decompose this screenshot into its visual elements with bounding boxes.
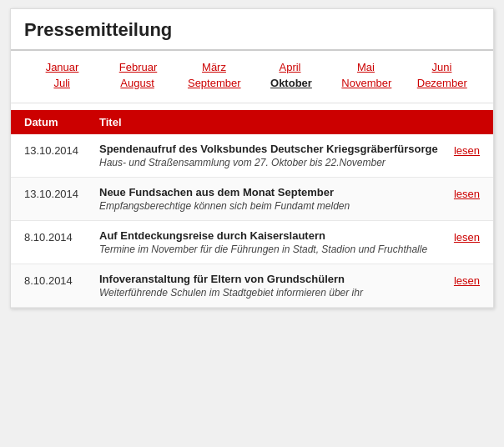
page-title: Pressemitteilung (24, 19, 480, 41)
header-titel: Titel (99, 116, 438, 128)
month-link-april[interactable]: April (265, 61, 315, 73)
row-title: Neue Fundsachen aus dem Monat September (99, 186, 438, 198)
month-navigation: JanuarFebruarMärzAprilMaiJuni JuliAugust… (11, 51, 493, 103)
month-row-1: JanuarFebruarMärzAprilMaiJuni (24, 61, 480, 73)
row-content: Auf Entdeckungsreise durch Kaiserslauter… (99, 229, 438, 255)
row-action[interactable]: lesen (438, 273, 480, 287)
month-link-juni[interactable]: Juni (417, 61, 467, 73)
table-row: 13.10.2014 Spendenaufruf des Volksbundes… (11, 134, 493, 178)
month-link-februar[interactable]: Februar (113, 61, 164, 73)
month-link-november[interactable]: November (341, 77, 391, 89)
row-datum: 13.10.2014 (24, 143, 99, 157)
table-row: 8.10.2014 Auf Entdeckungsreise durch Kai… (11, 221, 493, 264)
month-link-mai[interactable]: Mai (341, 61, 391, 73)
month-link-august[interactable]: August (113, 77, 163, 89)
table-header: Datum Titel (11, 110, 493, 134)
row-title: Infoveranstaltung für Eltern von Grundsc… (99, 273, 438, 285)
row-datum: 13.10.2014 (24, 186, 99, 200)
read-link[interactable]: lesen (454, 231, 480, 244)
row-subtitle: Termine im November für die Führungen in… (99, 244, 438, 255)
month-link-januar[interactable]: Januar (38, 61, 88, 73)
row-title: Spendenaufruf des Volksbundes Deutscher … (99, 143, 438, 155)
read-link[interactable]: lesen (454, 188, 480, 200)
header-action (438, 116, 480, 128)
month-row-2: JuliAugustSeptemberOktoberNovemberDezemb… (24, 77, 480, 89)
row-datum: 8.10.2014 (24, 229, 99, 244)
read-link[interactable]: lesen (454, 144, 480, 157)
month-link-märz[interactable]: März (189, 61, 239, 73)
table-rows: 13.10.2014 Spendenaufruf des Volksbundes… (11, 134, 493, 308)
page-wrapper: Pressemitteilung JanuarFebruarMärzAprilM… (10, 8, 494, 309)
row-content: Infoveranstaltung für Eltern von Grundsc… (99, 273, 438, 299)
row-title: Auf Entdeckungsreise durch Kaiserslauter… (99, 229, 438, 242)
row-subtitle: Empfangsberechtige können sich beim Fund… (99, 200, 438, 212)
month-link-oktober[interactable]: Oktober (266, 77, 316, 89)
table-row: 13.10.2014 Neue Fundsachen aus dem Monat… (11, 178, 493, 221)
month-link-juli[interactable]: Juli (37, 77, 87, 89)
row-content: Neue Fundsachen aus dem Monat September … (99, 186, 438, 212)
row-content: Spendenaufruf des Volksbundes Deutscher … (99, 143, 438, 168)
header-datum: Datum (24, 116, 99, 128)
row-subtitle: Weiterführende Schulen im Stadtgebiet in… (99, 287, 438, 299)
row-action[interactable]: lesen (438, 229, 480, 244)
press-table: Datum Titel 13.10.2014 Spendenaufruf des… (11, 103, 493, 308)
month-link-september[interactable]: September (188, 77, 241, 89)
row-action[interactable]: lesen (438, 186, 480, 200)
page-title-section: Pressemitteilung (11, 9, 493, 51)
read-link[interactable]: lesen (454, 274, 480, 287)
row-subtitle: Haus- und Straßensammlung vom 27. Oktobe… (99, 157, 438, 168)
row-action[interactable]: lesen (438, 143, 480, 157)
table-row: 8.10.2014 Infoveranstaltung für Eltern v… (11, 264, 493, 308)
month-link-dezember[interactable]: Dezember (417, 77, 467, 89)
row-datum: 8.10.2014 (24, 273, 99, 287)
